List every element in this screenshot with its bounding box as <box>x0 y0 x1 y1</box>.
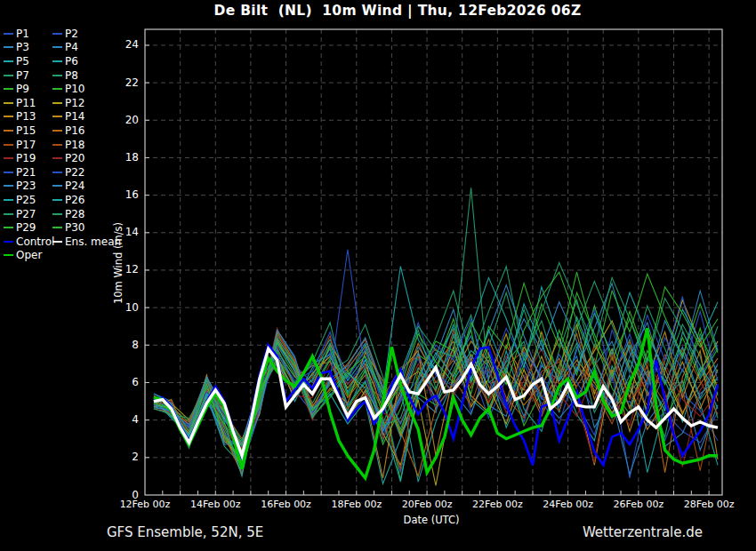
x-tick-label: 24Feb 00z <box>533 499 604 510</box>
wetterzentrale-ensemble-page: De Bilt (NL) 10m Wind | Thu, 12Feb2026 0… <box>0 0 756 551</box>
y-tick-label: 2 <box>114 451 139 464</box>
series-P8 <box>154 267 718 443</box>
y-tick-label: 18 <box>114 151 139 164</box>
x-tick-label: 22Feb 00z <box>462 499 533 510</box>
y-tick-label: 8 <box>114 339 139 352</box>
x-tick-label: 14Feb 00z <box>180 499 251 510</box>
y-tick-label: 20 <box>114 114 139 127</box>
x-tick-label: 16Feb 00z <box>251 499 322 510</box>
y-tick-label: 4 <box>114 413 139 427</box>
y-tick-label: 6 <box>114 376 139 389</box>
x-tick-label: 18Feb 00z <box>321 499 392 510</box>
y-tick-label: 0 <box>114 489 139 502</box>
y-tick-label: 14 <box>114 226 139 239</box>
x-tick-label: 26Feb 00z <box>603 499 674 510</box>
x-axis-title: Date (UTC) <box>356 514 507 526</box>
y-tick-label: 16 <box>114 188 139 202</box>
y-tick-label: 12 <box>114 263 139 276</box>
x-tick-label: 20Feb 00z <box>391 499 462 510</box>
y-tick-label: 24 <box>114 38 139 52</box>
y-tick-label: 22 <box>114 76 139 90</box>
footer-model-info: GFS Ensemble, 52N, 5E <box>107 524 263 540</box>
y-tick-label: 10 <box>114 301 139 315</box>
footer-branding: Wetterzentrale.de <box>583 524 703 540</box>
x-tick-label: 28Feb 00z <box>673 499 744 510</box>
